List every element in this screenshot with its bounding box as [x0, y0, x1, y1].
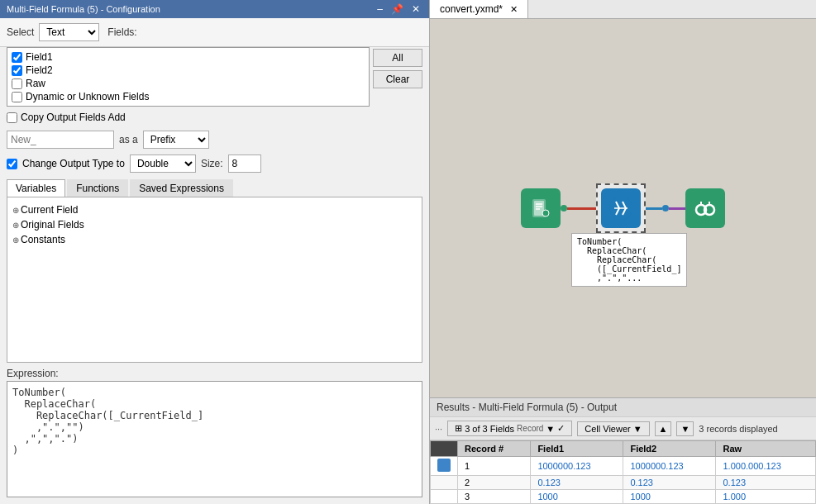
window-title: Multi-Field Formula (5) - Configuration — [7, 4, 160, 14]
select-toolbar: Select Text Number Fields: — [0, 18, 429, 47]
dots-icon: ··· — [435, 424, 442, 434]
cell-raw-3[interactable]: 1.000 — [716, 490, 816, 504]
node-formula[interactable]: ToNumber( ReplaceChar( ReplaceChar( ([_C… — [596, 183, 646, 233]
all-button[interactable]: All — [373, 49, 422, 67]
col-header-selector — [431, 441, 458, 457]
raw-checkbox[interactable] — [12, 78, 22, 89]
field1-label: Field1 — [26, 51, 53, 63]
data-table-container: Record # Field1 Field2 Raw 1 1000000.123… — [430, 440, 816, 504]
cell-field1-1[interactable]: 1000000.123 — [531, 457, 623, 476]
cell-field2-3[interactable]: 1000 — [623, 490, 716, 504]
cell-record-3: 3 — [458, 490, 531, 504]
filter-type-label: Record — [517, 424, 543, 433]
table-row: 3 1000 1000 1.000 — [431, 490, 816, 504]
sort-asc-button[interactable]: ▲ — [655, 421, 672, 436]
tab-content: ⊕ Current Field ⊕ Original Fields ⊕ Cons… — [7, 197, 422, 363]
cell-field2-1[interactable]: 1000000.123 — [623, 457, 716, 476]
dynamic-label: Dynamic or Unknown Fields — [26, 91, 149, 102]
left-panel: Multi-Field Formula (5) - Configuration … — [0, 0, 430, 504]
results-toolbar: ··· ⊞ 3 of 3 Fields Record ▼ ✓ Cell View… — [430, 417, 816, 440]
tree-label-constants: Constants — [21, 234, 65, 245]
field-item-dynamic[interactable]: Dynamic or Unknown Fields — [12, 90, 365, 103]
type-value-select[interactable]: Double Int32 String — [130, 155, 196, 173]
table-row: 2 0.123 0.123 0.123 — [431, 476, 816, 490]
tab-functions[interactable]: Functions — [67, 179, 128, 197]
title-bar-buttons: – 📌 ✕ — [375, 3, 422, 15]
formula-icon — [601, 188, 641, 228]
node-output[interactable] — [685, 188, 725, 228]
fields-filter-button[interactable]: ⊞ 3 of 3 Fields Record ▼ ✓ — [447, 421, 572, 436]
cell-raw-2[interactable]: 0.123 — [716, 476, 816, 490]
minimize-button[interactable]: – — [375, 3, 385, 15]
type-select[interactable]: Text Number — [39, 23, 99, 41]
connector-2 — [646, 205, 685, 212]
right-panel: convert.yxmd* ✕ — [430, 0, 816, 504]
expand-icon: ⊕ — [12, 206, 19, 215]
clear-button[interactable]: Clear — [373, 70, 422, 88]
pin-button[interactable]: 📌 — [389, 3, 406, 15]
cell-viewer-dropdown: ▼ — [633, 424, 642, 434]
tree-item-constants[interactable]: ⊕ Constants — [12, 232, 417, 247]
title-bar: Multi-Field Formula (5) - Configuration … — [0, 0, 429, 18]
results-section: Results - Multi-Field Formula (5) - Outp… — [430, 397, 816, 504]
grid-icon: ⊞ — [455, 423, 462, 434]
field2-checkbox[interactable] — [12, 65, 22, 76]
tab-saved-expressions[interactable]: Saved Expressions — [130, 179, 233, 197]
cell-viewer-button[interactable]: Cell Viewer ▼ — [577, 421, 649, 436]
prefix-select[interactable]: Prefix Suffix — [143, 131, 209, 149]
convert-tab-label: convert.yxmd* — [440, 3, 503, 15]
copy-output-row: Copy Output Fields Add — [7, 112, 422, 123]
tab-variables[interactable]: Variables — [7, 179, 65, 197]
cell-raw-1[interactable]: 1.000.000.123 — [716, 457, 816, 476]
expand-icon-constants: ⊕ — [12, 235, 19, 245]
change-output-row: Change Output Type to Double Int32 Strin… — [7, 155, 422, 173]
new-field-input[interactable] — [7, 131, 114, 149]
size-input[interactable] — [228, 155, 261, 173]
svg-point-2 — [542, 210, 549, 216]
output-icon — [685, 188, 725, 228]
row-empty-cell — [431, 476, 458, 490]
expand-icon-original: ⊕ — [12, 221, 19, 230]
dynamic-checkbox[interactable] — [12, 92, 22, 102]
col-header-raw[interactable]: Raw — [716, 441, 816, 457]
cell-field2-2[interactable]: 0.123 — [623, 476, 716, 490]
select-label: Select — [7, 26, 34, 38]
col-header-field2[interactable]: Field2 — [623, 441, 716, 457]
cell-viewer-label: Cell Viewer — [585, 424, 630, 434]
data-table: Record # Field1 Field2 Raw 1 1000000.123… — [430, 440, 816, 504]
change-output-checkbox[interactable] — [7, 159, 17, 169]
col-header-field1[interactable]: Field1 — [531, 441, 623, 457]
check-icon: ✓ — [557, 423, 565, 434]
field1-checkbox[interactable] — [12, 52, 22, 63]
cell-field1-3[interactable]: 1000 — [531, 490, 623, 504]
as-a-label: as a — [119, 134, 138, 145]
canvas-area[interactable]: ToNumber( ReplaceChar( ReplaceChar( ([_C… — [430, 19, 816, 397]
expression-label: Expression: — [7, 368, 422, 379]
convert-tab[interactable]: convert.yxmd* ✕ — [430, 0, 528, 18]
col-header-record[interactable]: Record # — [458, 441, 531, 457]
size-label: Size: — [201, 158, 223, 169]
right-tab-bar: convert.yxmd* ✕ — [430, 0, 816, 19]
cell-record-2: 2 — [458, 476, 531, 490]
fields-area: Field1 Field2 Raw Dynamic or Unknown Fie… — [7, 47, 422, 107]
dropdown-icon: ▼ — [546, 424, 555, 434]
tabs-row: Variables Functions Saved Expressions — [7, 179, 422, 197]
tabs-container: Variables Functions Saved Expressions ⊕ … — [7, 179, 422, 363]
fields-label: Fields: — [107, 26, 136, 38]
field-buttons: All Clear — [373, 47, 422, 107]
field-item-raw[interactable]: Raw — [12, 77, 365, 90]
tree-label-current: Current Field — [21, 204, 78, 216]
node-input[interactable] — [521, 188, 561, 228]
sort-desc-button[interactable]: ▼ — [676, 421, 694, 436]
tree-item-original-fields[interactable]: ⊕ Original Fields — [12, 217, 417, 232]
cell-field1-2[interactable]: 0.123 — [531, 476, 623, 490]
new-field-row: as a Prefix Suffix — [7, 131, 422, 149]
expression-box[interactable]: ToNumber( ReplaceChar( ReplaceChar([_Cur… — [7, 381, 422, 497]
copy-output-checkbox[interactable] — [7, 112, 17, 123]
close-button[interactable]: ✕ — [409, 3, 422, 15]
field2-label: Field2 — [26, 64, 53, 76]
tab-close-icon[interactable]: ✕ — [510, 4, 518, 14]
field-item-field1[interactable]: Field1 — [12, 50, 365, 64]
field-item-field2[interactable]: Field2 — [12, 64, 365, 77]
tree-item-current-field[interactable]: ⊕ Current Field — [12, 202, 417, 217]
